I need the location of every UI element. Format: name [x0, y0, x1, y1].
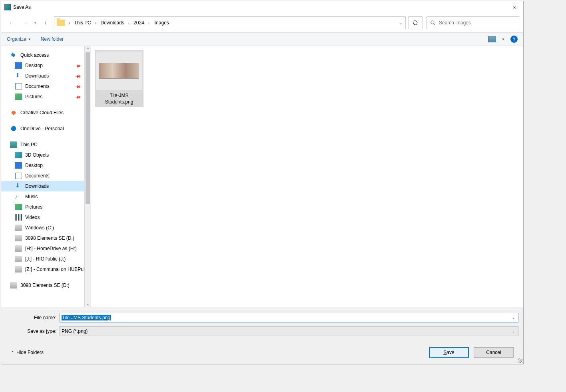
toolbar: Organize ▼ New folder ▼ ?	[1, 32, 523, 46]
breadcrumb[interactable]: › This PC › Downloads › 2024 › images ⌄	[54, 16, 406, 29]
up-button[interactable]: ↑	[39, 17, 52, 28]
sidebar-item[interactable]: Pictures 📌	[1, 92, 91, 102]
pin-icon: 📌	[75, 83, 81, 90]
breadcrumb-item[interactable]: Downloads	[99, 18, 126, 27]
folder-icon	[15, 162, 22, 169]
forward-button[interactable]: →	[19, 17, 32, 28]
breadcrumb-dropdown[interactable]: ⌄	[396, 20, 405, 26]
body: ⌃ ⌄ Quick access Desktop 📌 Downloads 📌	[1, 46, 523, 307]
hide-folders-toggle[interactable]: ⌃ Hide Folders	[11, 350, 44, 355]
sidebar-item[interactable]: Desktop 📌	[1, 60, 91, 71]
sidebar-item-label: Downloads	[25, 73, 49, 79]
file-item[interactable]: Tile-JMS Students.png	[95, 50, 143, 107]
sidebar-item-label: Documents	[25, 84, 50, 89]
search-box[interactable]	[426, 16, 519, 29]
folder-icon	[15, 73, 22, 79]
sidebar-item[interactable]: [H:] - HomeDrive as (H:)	[1, 243, 91, 254]
save-button[interactable]: Save	[429, 347, 469, 358]
scrollbar[interactable]: ⌃ ⌄	[84, 46, 91, 307]
sidebar-item-label: Windows (C:)	[25, 225, 54, 231]
cancel-button[interactable]: Cancel	[474, 347, 514, 358]
sidebar-item[interactable]: Downloads 📌	[1, 71, 91, 81]
sidebar-item[interactable]: Desktop	[1, 160, 91, 171]
sidebar-item[interactable]: Videos	[1, 212, 91, 223]
scroll-up[interactable]: ⌃	[85, 46, 91, 52]
sidebar-item-label: Pictures	[25, 204, 42, 210]
sidebar-item-label: Videos	[25, 215, 40, 220]
new-folder-button[interactable]: New folder	[41, 36, 64, 42]
chevron-right-icon: ›	[146, 21, 152, 25]
view-options-button[interactable]	[488, 36, 496, 42]
drive-icon	[10, 282, 17, 289]
folder-icon	[15, 193, 22, 200]
sidebar-quick-access[interactable]: Quick access	[1, 50, 91, 60]
pin-icon: 📌	[75, 94, 81, 100]
sidebar-drive[interactable]: 3098 Elements SE (D:)	[1, 280, 91, 291]
refresh-button[interactable]	[408, 16, 423, 29]
sidebar-item[interactable]: 3D Objects	[1, 150, 91, 160]
sidebar-creative-cloud[interactable]: Creative Cloud Files	[1, 107, 91, 118]
breadcrumb-item[interactable]: This PC	[72, 18, 93, 27]
sidebar-item-label: Desktop	[25, 163, 43, 168]
sidebar-item[interactable]: [J:] - RIOPublic (J:)	[1, 254, 91, 264]
window-title: Save As	[13, 4, 31, 10]
save-as-dialog: Save As ← → ▾ ↑ › This PC › Downloads › …	[1, 1, 524, 364]
folder-icon	[57, 20, 65, 26]
sidebar-onedrive[interactable]: OneDrive - Personal	[1, 123, 91, 134]
chevron-down-icon: ▼	[28, 38, 31, 41]
breadcrumb-item[interactable]: 2024	[132, 18, 146, 27]
filename-input[interactable]: Tile-JMS Students.png	[62, 315, 111, 320]
sidebar-item-label: [J:] - RIOPublic (J:)	[25, 256, 66, 262]
pc-icon	[10, 141, 17, 148]
chevron-down-icon[interactable]: ⌄	[510, 313, 517, 322]
nav-tree[interactable]: ⌃ ⌄ Quick access Desktop 📌 Downloads 📌	[1, 46, 91, 307]
search-input[interactable]	[439, 20, 516, 26]
back-button[interactable]: ←	[5, 17, 18, 28]
chevron-right-icon: ›	[93, 21, 99, 25]
sidebar-item[interactable]: Documents	[1, 171, 91, 181]
recent-dropdown[interactable]: ▾	[32, 17, 38, 28]
sidebar-item[interactable]: Windows (C:)	[1, 223, 91, 233]
folder-icon	[15, 62, 22, 69]
close-button[interactable]	[505, 1, 523, 13]
file-name: Tile-JMS Students.png	[96, 92, 142, 105]
chevron-right-icon: ›	[66, 21, 72, 25]
sidebar-item[interactable]: 3098 Elements SE (D:)	[1, 233, 91, 243]
resize-grip[interactable]	[518, 358, 522, 363]
scroll-down[interactable]: ⌄	[85, 300, 91, 307]
folder-icon	[15, 183, 22, 189]
sidebar-item[interactable]: Pictures	[1, 202, 91, 212]
help-button[interactable]: ?	[510, 36, 518, 43]
star-icon	[10, 52, 17, 58]
dialog-footer: ⌃ Hide Folders Save Cancel	[6, 340, 518, 362]
filetype-value: PNG (*.png)	[62, 328, 88, 334]
filetype-label: Save as type:	[6, 328, 60, 334]
folder-icon	[15, 94, 22, 100]
search-icon	[430, 20, 436, 26]
sidebar-item-label: Downloads	[25, 183, 49, 189]
sidebar-item[interactable]: Documents 📌	[1, 81, 91, 92]
filename-combo[interactable]: Tile-JMS Students.png ⌄	[60, 313, 518, 322]
scrollbar-thumb[interactable]	[86, 52, 90, 204]
folder-icon	[15, 266, 22, 273]
folder-icon	[15, 256, 22, 262]
sidebar-item[interactable]: Music	[1, 191, 91, 202]
sidebar-item-label: Music	[25, 194, 38, 199]
organize-menu[interactable]: Organize ▼	[7, 36, 31, 42]
chevron-down-icon[interactable]: ▼	[502, 38, 505, 41]
app-icon	[4, 4, 11, 10]
filetype-combo[interactable]: PNG (*.png) ⌄	[60, 326, 518, 336]
folder-icon	[15, 235, 22, 241]
nav-bar: ← → ▾ ↑ › This PC › Downloads › 2024 › i…	[1, 13, 523, 32]
breadcrumb-item[interactable]: images	[152, 18, 171, 27]
folder-icon	[15, 245, 22, 252]
chevron-up-icon: ⌃	[11, 350, 14, 355]
sidebar-this-pc[interactable]: This PC	[1, 139, 91, 150]
file-pane[interactable]: Tile-JMS Students.png	[91, 46, 523, 307]
sidebar-item[interactable]: Downloads	[1, 181, 91, 191]
folder-icon	[15, 225, 22, 231]
chevron-down-icon[interactable]: ⌄	[510, 327, 517, 336]
sidebar-item-label: Documents	[25, 173, 50, 179]
sidebar-item[interactable]: [Z:] - Communal on HUBPublic	[1, 264, 91, 275]
folder-icon	[15, 214, 22, 221]
